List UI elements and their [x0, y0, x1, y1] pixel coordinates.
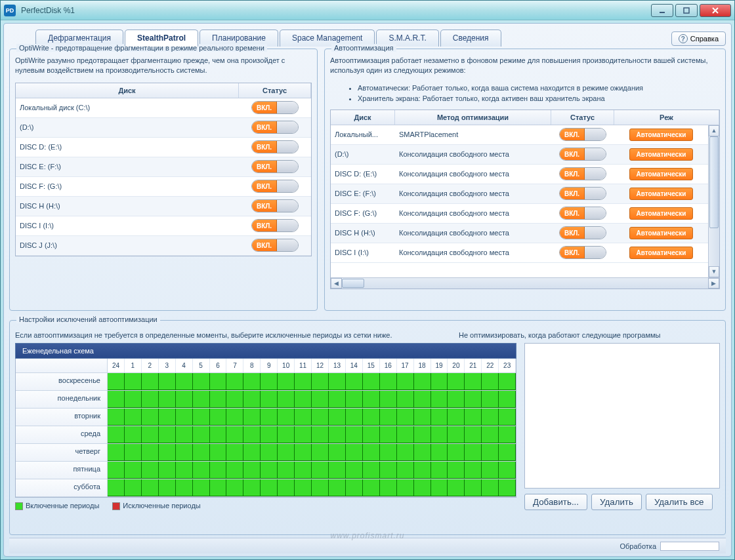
schedule-cell[interactable] — [278, 373, 295, 390]
schedule-cell[interactable] — [295, 409, 312, 426]
schedule-cell[interactable] — [363, 373, 380, 390]
mode-badge[interactable]: Автоматически — [629, 247, 694, 259]
schedule-cell[interactable] — [125, 462, 142, 479]
schedule-cell[interactable] — [312, 462, 329, 479]
help-button[interactable]: ? Справка — [671, 31, 726, 46]
optiwrite-row[interactable]: DISC F: (G:\) ВКЛ. — [16, 177, 311, 197]
mode-badge[interactable]: Автоматически — [629, 188, 694, 200]
schedule-cell[interactable] — [226, 426, 243, 443]
schedule-cell[interactable] — [108, 462, 125, 479]
autoopt-row[interactable]: (D:\) Консолидация свободного места ВКЛ.… — [331, 145, 708, 165]
schedule-cell[interactable] — [499, 479, 516, 496]
schedule-cell[interactable] — [431, 373, 448, 390]
tab-5[interactable]: Сведения — [440, 30, 501, 47]
mode-badge[interactable]: Автоматически — [629, 148, 694, 161]
status-toggle[interactable]: ВКЛ. — [251, 140, 299, 153]
schedule-cell[interactable] — [346, 479, 363, 496]
tab-1[interactable]: StealthPatrol — [125, 30, 198, 47]
schedule-cell[interactable] — [125, 373, 142, 390]
schedule-cell[interactable] — [431, 462, 448, 479]
schedule-cell[interactable] — [193, 462, 210, 479]
schedule-cell[interactable] — [431, 391, 448, 408]
schedule-cell[interactable] — [312, 409, 329, 426]
maximize-button[interactable] — [675, 4, 698, 17]
schedule-cell[interactable] — [431, 444, 448, 461]
schedule-cell[interactable] — [278, 409, 295, 426]
schedule-cell[interactable] — [482, 462, 499, 479]
schedule-cell[interactable] — [482, 373, 499, 390]
schedule-cell[interactable] — [193, 391, 210, 408]
autoopt-row[interactable]: DISC E: (F:\) Консолидация свободного ме… — [331, 184, 708, 204]
autoopt-row[interactable]: DISC F: (G:\) Консолидация свободного ме… — [331, 204, 708, 224]
schedule-cell[interactable] — [226, 409, 243, 426]
status-toggle[interactable]: ВКЛ. — [559, 128, 606, 141]
scroll-thumb[interactable] — [709, 136, 719, 228]
schedule-cell[interactable] — [142, 479, 159, 496]
schedule-cell[interactable] — [159, 444, 176, 461]
schedule-cell[interactable] — [243, 391, 261, 408]
minimize-button[interactable] — [651, 4, 673, 17]
schedule-cell[interactable] — [329, 479, 346, 496]
schedule-cell[interactable] — [108, 391, 125, 408]
schedule-cell[interactable] — [380, 479, 397, 496]
schedule-cell[interactable] — [108, 373, 125, 390]
schedule-cell[interactable] — [142, 426, 159, 443]
status-toggle[interactable]: ВКЛ. — [251, 101, 299, 114]
schedule-cell[interactable] — [261, 479, 278, 496]
schedule-cell[interactable] — [380, 409, 397, 426]
schedule-cell[interactable] — [346, 462, 363, 479]
schedule-cell[interactable] — [329, 391, 346, 408]
schedule-cell[interactable] — [312, 444, 329, 461]
optiwrite-row[interactable]: DISC H (H:\) ВКЛ. — [16, 197, 311, 216]
schedule-cell[interactable] — [261, 409, 278, 426]
schedule-cell[interactable] — [363, 479, 380, 496]
schedule-cell[interactable] — [210, 462, 227, 479]
schedule-cell[interactable] — [380, 462, 397, 479]
schedule-cell[interactable] — [108, 426, 125, 443]
schedule-cell[interactable] — [397, 479, 414, 496]
schedule-cell[interactable] — [482, 426, 499, 443]
status-toggle[interactable]: ВКЛ. — [251, 239, 299, 252]
schedule-cell[interactable] — [465, 391, 482, 408]
schedule-cell[interactable] — [329, 409, 346, 426]
schedule-cell[interactable] — [125, 444, 142, 461]
status-toggle[interactable]: ВКЛ. — [559, 148, 606, 161]
schedule-cell[interactable] — [295, 462, 312, 479]
autoopt-vscrollbar[interactable]: ▲ ▼ — [708, 125, 719, 277]
schedule-cell[interactable] — [431, 479, 448, 496]
schedule-cell[interactable] — [193, 373, 210, 390]
autoopt-col-mode[interactable]: Реж — [614, 110, 719, 125]
schedule-cell[interactable] — [278, 462, 295, 479]
schedule-cell[interactable] — [243, 373, 261, 390]
schedule-cell[interactable] — [210, 444, 227, 461]
schedule-cell[interactable] — [363, 391, 380, 408]
schedule-cell[interactable] — [278, 479, 295, 496]
schedule-cell[interactable] — [414, 373, 431, 390]
optiwrite-row[interactable]: DISC J (J:\) ВКЛ. — [16, 236, 311, 256]
schedule-cell[interactable] — [210, 409, 227, 426]
schedule-cell[interactable] — [125, 426, 142, 443]
schedule-cell[interactable] — [278, 426, 295, 443]
schedule-cell[interactable] — [380, 426, 397, 443]
schedule-cell[interactable] — [261, 444, 278, 461]
schedule-cell[interactable] — [363, 426, 380, 443]
schedule-cell[interactable] — [295, 479, 312, 496]
schedule-cell[interactable] — [329, 462, 346, 479]
schedule-cell[interactable] — [125, 409, 142, 426]
schedule-cell[interactable] — [448, 409, 465, 426]
add-button[interactable]: Добавить... — [524, 494, 587, 510]
schedule-cell[interactable] — [499, 373, 516, 390]
schedule-cell[interactable] — [125, 479, 142, 496]
schedule-cell[interactable] — [414, 426, 431, 443]
mode-badge[interactable]: Автоматически — [629, 168, 694, 180]
schedule-cell[interactable] — [346, 426, 363, 443]
optiwrite-row[interactable]: (D:\) ВКЛ. — [16, 118, 311, 138]
schedule-cell[interactable] — [243, 479, 261, 496]
schedule-cell[interactable] — [346, 444, 363, 461]
schedule-cell[interactable] — [397, 409, 414, 426]
schedule-cell[interactable] — [380, 444, 397, 461]
autoopt-row[interactable]: DISC H (H:\) Консолидация свободного мес… — [331, 224, 708, 243]
schedule-cell[interactable] — [414, 444, 431, 461]
schedule-cell[interactable] — [414, 479, 431, 496]
schedule-cell[interactable] — [346, 391, 363, 408]
